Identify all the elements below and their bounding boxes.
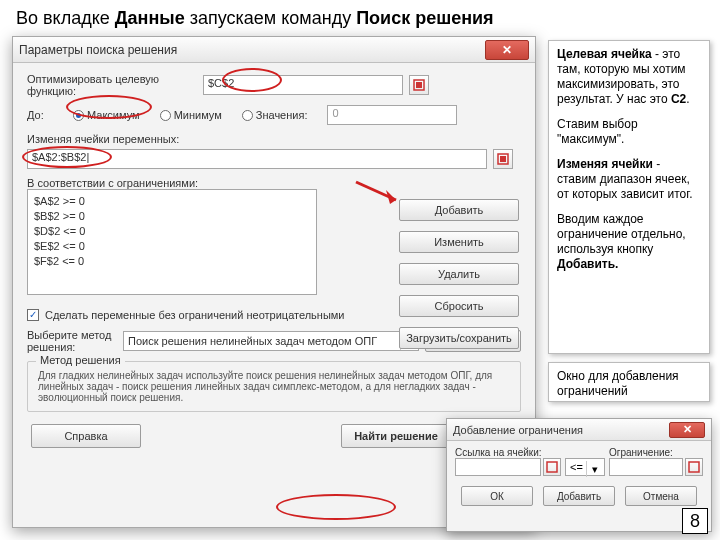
solve-button[interactable]: Найти решение: [341, 424, 451, 448]
ref-picker-icon[interactable]: [685, 458, 703, 476]
cancel-button[interactable]: Отмена: [625, 486, 697, 506]
list-item: $F$2 <= 0: [34, 254, 310, 269]
value-input[interactable]: 0: [327, 105, 457, 125]
page-number: 8: [682, 508, 708, 534]
reset-button[interactable]: Сбросить: [399, 295, 519, 317]
dialog-titlebar: Параметры поиска решения ✕: [13, 37, 535, 63]
cellref-input[interactable]: [455, 458, 541, 476]
heading-prefix: Во вкладке: [16, 8, 115, 28]
radio-value-label: Значения:: [256, 109, 308, 121]
chevron-down-icon: ▾: [586, 461, 602, 477]
radio-value[interactable]: Значения:: [242, 109, 308, 121]
svg-rect-6: [547, 462, 557, 472]
load-save-button[interactable]: Загрузить/сохранить: [399, 327, 519, 349]
svg-rect-1: [416, 82, 422, 88]
dialog-title: Параметры поиска решения: [19, 43, 177, 57]
ok-button[interactable]: ОК: [461, 486, 533, 506]
group-text: Для гладких нелинейных задач используйте…: [38, 370, 492, 403]
constraint-label: Ограничение:: [609, 447, 703, 458]
method-group: Метод решения Для гладких нелинейных зад…: [27, 361, 521, 412]
method-select[interactable]: Поиск решения нелинейных задач методом О…: [123, 331, 419, 351]
svg-rect-7: [689, 462, 699, 472]
close-icon[interactable]: ✕: [669, 422, 705, 438]
list-item: $D$2 <= 0: [34, 224, 310, 239]
list-item: $E$2 <= 0: [34, 239, 310, 254]
vars-input[interactable]: $A$2:$B$2|: [27, 149, 487, 169]
delete-button[interactable]: Удалить: [399, 263, 519, 285]
radio-max-label: Максимум: [87, 109, 140, 121]
nonneg-label: Сделать переменные без ограничений неотр…: [45, 309, 345, 321]
ref-picker-icon[interactable]: [543, 458, 561, 476]
radio-min[interactable]: Минимум: [160, 109, 222, 121]
close-icon[interactable]: ✕: [485, 40, 529, 60]
add-button[interactable]: Добавить: [543, 486, 615, 506]
vars-label: Изменяя ячейки переменных:: [27, 133, 521, 145]
note-main: Целевая ячейка - это там, которую мы хот…: [548, 40, 710, 354]
heading-b2: Поиск решения: [356, 8, 493, 28]
cellref-label: Ссылка на ячейки:: [455, 447, 561, 458]
note-secondary: Окно для добавления ограничений: [548, 362, 710, 402]
add-constraint-dialog: Добавление ограничения ✕ Ссылка на ячейк…: [446, 418, 712, 532]
nonneg-checkbox[interactable]: [27, 309, 39, 321]
svg-rect-3: [500, 156, 506, 162]
add-button[interactable]: Добавить: [399, 199, 519, 221]
heading-b1: Данные: [115, 8, 185, 28]
objective-input[interactable]: $C$2: [203, 75, 403, 95]
list-item: $B$2 >= 0: [34, 209, 310, 224]
operator-value: <=: [570, 461, 583, 473]
heading-mid: запускаем команду: [185, 8, 356, 28]
dialog-titlebar: Добавление ограничения ✕: [447, 419, 711, 441]
help-button[interactable]: Справка: [31, 424, 141, 448]
radio-max[interactable]: Максимум: [73, 109, 140, 121]
to-label: До:: [27, 109, 67, 121]
constraints-label: В соответствии с ограничениями:: [27, 177, 521, 189]
group-title: Метод решения: [36, 354, 125, 366]
constraints-list[interactable]: $A$2 >= 0 $B$2 >= 0 $D$2 <= 0 $E$2 <= 0 …: [27, 189, 317, 295]
list-item: $A$2 >= 0: [34, 194, 310, 209]
operator-select[interactable]: <= ▾: [565, 458, 605, 476]
method-label: Выберите метод решения:: [27, 329, 117, 353]
constraint-input[interactable]: [609, 458, 683, 476]
ref-picker-icon[interactable]: [493, 149, 513, 169]
slide-heading: Во вкладке Данные запускаем команду Поис…: [16, 8, 494, 29]
ref-picker-icon[interactable]: [409, 75, 429, 95]
dialog-title: Добавление ограничения: [453, 424, 583, 436]
radio-min-label: Минимум: [174, 109, 222, 121]
edit-button[interactable]: Изменить: [399, 231, 519, 253]
objective-label: Оптимизировать целевую функцию:: [27, 73, 197, 97]
method-value: Поиск решения нелинейных задач методом О…: [128, 335, 377, 347]
